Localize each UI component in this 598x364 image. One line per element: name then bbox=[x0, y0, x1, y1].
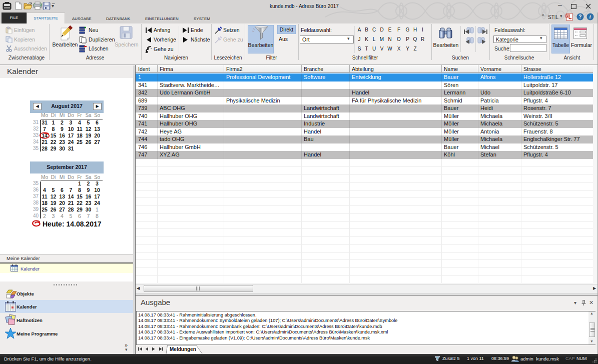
svg-text:PDF: PDF bbox=[566, 14, 572, 18]
svg-text:i: i bbox=[589, 14, 591, 20]
svg-text:?: ? bbox=[578, 14, 581, 20]
